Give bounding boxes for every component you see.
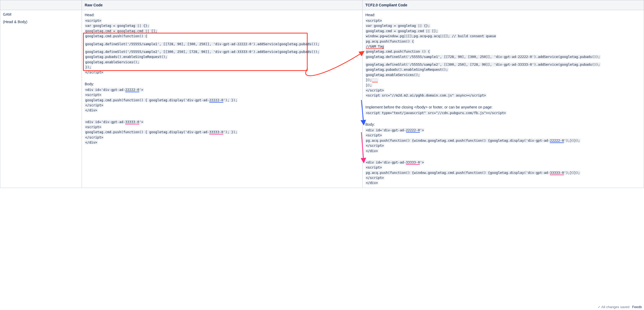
code-line: </div> — [85, 108, 98, 112]
code-line: <script> — [85, 125, 102, 129]
code-line: window.pg=window.pg||[];pg.acq=pg.acq||[… — [365, 34, 496, 38]
highlight-blue: 22222-0 — [209, 98, 223, 103]
code-line: googletag.cmd = googletag.cmd || []; — [85, 29, 158, 33]
code-line: </script> — [365, 176, 384, 180]
code-line: googletag.cmd.push(function() { — [85, 34, 148, 38]
tcf-code-cell: Head: <script> var googletag = googletag… — [363, 10, 644, 188]
row-label-cell: GAM (Head & Body) — [0, 10, 82, 188]
table-row-gam: GAM (Head & Body) Head: <script> var goo… — [0, 10, 644, 188]
code-line: </div> — [365, 149, 378, 153]
code-line: googletag.cmd.push(function() { googleta… — [85, 98, 238, 102]
highlight-blue: 22222-0 — [125, 88, 139, 92]
code-line: <div id='div-gpt-ad-33333-0'> — [365, 160, 424, 164]
code-line: googletag.pubads().enableSingleRequest()… — [365, 68, 449, 72]
code-line: <script> — [85, 93, 102, 97]
code-line: </script> — [365, 144, 384, 148]
body-label: Body: — [85, 82, 360, 86]
code-line: }); — [365, 78, 378, 82]
head-label: Head: — [85, 13, 360, 17]
implement-note: Implement before the closing </body> or … — [365, 105, 641, 109]
code-line: var googletag = googletag || {}; — [365, 24, 430, 28]
highlight-blue: 22222-0 — [550, 139, 564, 143]
row-label-sub: (Head & Body) — [3, 20, 79, 24]
highlight-red — [372, 78, 378, 82]
code-line: googletag.cmd = googletag.cmd || []; — [365, 29, 438, 33]
code-line: <div id='div-gpt-ad-33333-0'> — [85, 120, 144, 124]
code-line: <div id='div-gpt-ad-22222-0'> — [85, 88, 144, 92]
code-line: googletag.defineSlot('/55555/sample1', [… — [365, 55, 601, 59]
header-tcf-code: TCF2.0 Compliant Code — [363, 0, 644, 10]
header-col-1 — [0, 0, 82, 10]
code-line: <script src="//m2d.m2.ai/pghb.domain.com… — [365, 93, 487, 97]
code-line: </script> — [85, 135, 104, 139]
code-line: <script> — [365, 19, 382, 23]
code-line: </div> — [365, 181, 378, 185]
code-line: //GAM Tag — [365, 44, 384, 48]
header-raw-code: Raw Code — [82, 0, 363, 10]
raw-code-cell: Head: <script> var googletag = googletag… — [82, 10, 363, 188]
code-line: pg.acq.push(function() {window.googletag… — [365, 139, 580, 143]
highlight-pink: 33333-0 — [550, 171, 564, 175]
code-line: googletag.cmd.push(function () { — [365, 49, 430, 53]
code-line: </script> — [85, 103, 104, 107]
highlight-red: //GAM Tag — [366, 44, 384, 49]
code-line: <script> — [85, 19, 102, 23]
code-line: }); — [85, 65, 92, 69]
code-line: googletag.enableServices(); — [85, 60, 140, 64]
code-line: <script> — [365, 165, 382, 169]
code-line: googletag.defineSlot('/55555/sample1', [… — [85, 42, 320, 46]
code-line: googletag.cmd.push(function() { googleta… — [85, 130, 238, 134]
highlight-blue: 22222-0 — [406, 128, 420, 133]
code-line: googletag.defineSlot('/55555/sample2', [… — [365, 62, 601, 66]
highlight-pink: 33333-0 — [125, 120, 139, 124]
row-label-title: GAM — [3, 12, 79, 16]
code-line: googletag.defineSlot('/55555/sample2', [… — [85, 50, 320, 54]
code-line: googletag.pubads().enableSingleRequest()… — [85, 55, 168, 59]
code-line: var googletag = googletag || {}; — [85, 24, 150, 28]
code-line: <script type="text/javascript" src="//cd… — [365, 111, 507, 115]
code-line: </div> — [85, 140, 98, 144]
highlight-pink: 33333-0 — [406, 160, 420, 165]
code-line: pg.acq.push(function() {window.googletag… — [365, 171, 580, 175]
code-line: <script> — [365, 133, 382, 137]
code-line: pg.acq.push(function() { — [365, 39, 415, 43]
code-line: <div id='div-gpt-ad-22222-0'> — [365, 128, 424, 132]
code-line: </script> — [85, 70, 104, 74]
highlight-pink: 33333-0 — [209, 130, 223, 135]
code-line: }); — [365, 83, 373, 87]
code-line: googletag.enableServices(); — [365, 73, 420, 77]
body-label: Body: — [365, 122, 641, 127]
code-line: </script> — [365, 88, 384, 92]
table-header-row: Raw Code TCF2.0 Compliant Code — [0, 0, 644, 10]
code-comparison-table: Raw Code TCF2.0 Compliant Code GAM (Head… — [0, 0, 644, 188]
head-label: Head: — [365, 13, 641, 17]
